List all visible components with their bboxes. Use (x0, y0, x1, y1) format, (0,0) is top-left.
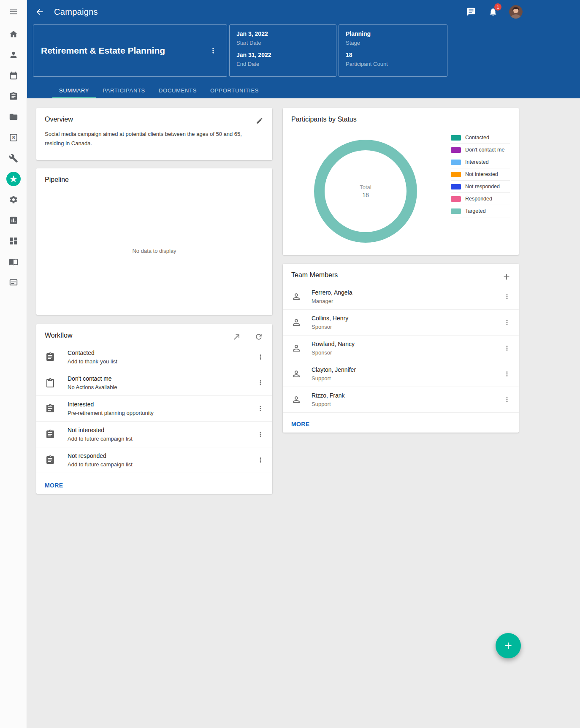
start-date-label: Start Date (236, 40, 329, 46)
team-members-more-button[interactable]: MORE (291, 421, 310, 428)
member-role: Support (312, 401, 345, 407)
sidebar-item-contacts[interactable] (0, 44, 27, 65)
sales-icon: S (9, 133, 18, 142)
member-menu-button[interactable] (499, 315, 515, 330)
avatar[interactable] (509, 5, 523, 19)
page-title: Campaigns (54, 7, 98, 17)
team-member-row[interactable]: Rizzo, Frank Support (283, 387, 519, 413)
add-fab[interactable] (496, 633, 521, 658)
workflow-header: Workflow (36, 324, 272, 344)
workflow-more-button[interactable]: MORE (45, 482, 63, 489)
workflow-item-subtitle: Add to thank-you list (68, 358, 117, 365)
assignment-icon (45, 403, 55, 414)
legend-item: Responded (451, 193, 510, 205)
team-member-row[interactable]: Collins, Henry Sponsor (283, 310, 519, 336)
person-icon (291, 369, 301, 379)
sidebar-item-tools[interactable] (0, 148, 27, 168)
member-role: Manager (312, 298, 352, 304)
overview-title: Overview (45, 116, 264, 123)
notifications-button[interactable]: 1 (485, 3, 501, 20)
workflow-menu-button[interactable] (253, 349, 268, 365)
sidebar-item-knowledge[interactable] (0, 251, 27, 272)
add-team-member-button[interactable] (500, 271, 513, 283)
sidebar-item-reports[interactable] (0, 210, 27, 230)
sidebar-item-documents[interactable] (0, 106, 27, 127)
team-members-header: Team Members (283, 264, 519, 284)
sidebar-item-tasks[interactable] (0, 86, 27, 106)
workflow-item-title: Don't contact me (68, 375, 117, 382)
content-area: Overview Social media campaign aimed at … (27, 98, 580, 728)
member-menu-button[interactable] (499, 366, 515, 382)
campaigns-icon (6, 172, 21, 186)
sidebar-item-invoices[interactable] (0, 272, 27, 292)
calendar-icon (9, 71, 18, 80)
kebab-icon (257, 379, 264, 387)
tasks-icon (9, 92, 18, 101)
person-icon (291, 292, 301, 302)
svg-text:S: S (12, 135, 15, 140)
workflow-menu-button[interactable] (253, 375, 268, 390)
workflow-row[interactable]: Interested Pre-retirement planning oppor… (36, 396, 272, 422)
back-button[interactable] (31, 3, 48, 20)
participant-count-value: 18 (346, 51, 440, 58)
workflow-row[interactable]: Not interested Add to future campaign li… (36, 422, 272, 447)
sidebar-item-calendar[interactable] (0, 65, 27, 86)
team-member-row[interactable]: Rowland, Nancy Sponsor (283, 336, 519, 361)
sidebar-item-campaigns-active[interactable] (0, 168, 27, 189)
kebab-icon (257, 353, 264, 361)
bar-chart-icon (9, 216, 18, 225)
legend-item: Don't contact me (451, 144, 510, 156)
tab-documents[interactable]: DOCUMENTS (152, 82, 203, 98)
tab-summary[interactable]: SUMMARY (52, 82, 96, 98)
home-icon (9, 30, 18, 39)
contacts-icon (9, 50, 18, 60)
sidebar-item-home[interactable] (0, 24, 27, 44)
messages-button[interactable] (463, 3, 480, 20)
workflow-row[interactable]: Contacted Add to thank-you list (36, 344, 272, 370)
team-member-row[interactable]: Ferrero, Angela Manager (283, 284, 519, 310)
workflow-menu-button[interactable] (253, 452, 268, 468)
member-menu-button[interactable] (499, 289, 515, 304)
workflow-menu-button[interactable] (253, 401, 268, 416)
legend-label: Targeted (465, 208, 486, 214)
edit-overview-button[interactable] (254, 115, 266, 127)
top-app-bar: Campaigns 1 (27, 0, 580, 24)
refresh-icon (255, 333, 263, 341)
documents-icon (9, 112, 18, 122)
legend-label: Not responded (465, 184, 500, 189)
workflow-card: Workflow Contacted Add to thank-you list (36, 324, 272, 494)
workflow-sync-button[interactable] (253, 331, 265, 343)
sidebar-item-settings[interactable] (0, 189, 27, 210)
wrench-icon (9, 154, 18, 163)
legend-label: Responded (465, 196, 492, 202)
overview-body: Social media campaign aimed at potential… (45, 130, 259, 148)
campaign-menu-button[interactable] (206, 43, 221, 58)
kebab-icon (503, 370, 511, 378)
workflow-expand-button[interactable] (231, 331, 243, 343)
back-arrow-icon (35, 7, 44, 16)
legend-label: Interested (465, 159, 489, 165)
workflow-row[interactable]: Don't contact me No Actions Available (36, 370, 272, 396)
kebab-icon (257, 456, 264, 464)
donut-chart: Total 18 (314, 140, 417, 243)
stage-value: Planning (346, 30, 440, 37)
member-menu-button[interactable] (499, 392, 515, 407)
workflow-menu-button[interactable] (253, 427, 268, 442)
sidebar-item-dashboard[interactable] (0, 230, 27, 251)
legend-item: Contacted (451, 132, 510, 144)
legend-swatch (451, 184, 461, 189)
legend-swatch (451, 147, 461, 153)
participant-count-label: Participant Count (346, 61, 440, 67)
tab-opportunities[interactable]: OPPORTUNITIES (203, 82, 266, 98)
legend-item: Not interested (451, 168, 510, 181)
member-menu-button[interactable] (499, 341, 515, 356)
legend-swatch (451, 172, 461, 177)
sidebar-item-sales[interactable]: S (0, 127, 27, 148)
assignment-icon (45, 429, 55, 439)
sidebar-menu-button[interactable] (0, 0, 27, 24)
team-member-row[interactable]: Clayton, Jennifer Support (283, 361, 519, 387)
plus-icon (503, 640, 514, 651)
stage-label: Stage (346, 40, 440, 46)
tab-participants[interactable]: PARTICIPANTS (96, 82, 152, 98)
workflow-row[interactable]: Not responded Add to future campaign lis… (36, 447, 272, 473)
